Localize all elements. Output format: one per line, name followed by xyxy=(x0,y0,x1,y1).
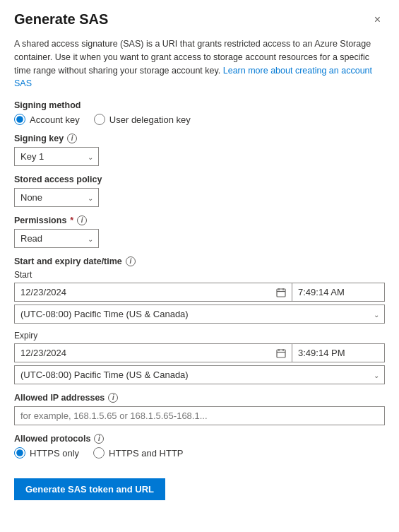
permissions-group: Permissions * i Read Write Delete List A… xyxy=(14,215,385,248)
start-sublabel: Start xyxy=(14,270,385,280)
expiry-date-input-wrapper xyxy=(14,343,292,362)
stored-access-policy-select-wrapper: None ⌄ xyxy=(14,188,99,207)
signing-method-radio-group: Account key User delegation key xyxy=(14,114,385,125)
datetime-group: Start and expiry date/time i Start xyxy=(14,256,385,384)
start-time-input[interactable] xyxy=(292,283,384,301)
signing-key-info-icon[interactable]: i xyxy=(67,134,77,143)
start-timezone-wrapper: (UTC-08:00) Pacific Time (US & Canada) (… xyxy=(14,305,385,324)
expiry-time-input-wrapper xyxy=(292,343,385,362)
signing-key-select[interactable]: Key 1 Key 2 xyxy=(14,147,99,166)
start-datetime-row xyxy=(14,283,385,302)
start-time-input-wrapper xyxy=(292,283,385,302)
expiry-date-input[interactable] xyxy=(15,344,270,362)
allowed-protocols-radio-group: HTTPS only HTTPS and HTTP xyxy=(14,447,385,459)
allowed-protocols-label: Allowed protocols i xyxy=(14,434,385,444)
expiry-timezone-select[interactable]: (UTC-08:00) Pacific Time (US & Canada) (… xyxy=(14,365,385,384)
permissions-select-wrapper: Read Write Delete List Add Create ⌄ xyxy=(14,229,99,248)
allowed-ip-input[interactable] xyxy=(14,406,385,425)
https-http-option[interactable]: HTTPS and HTTP xyxy=(93,447,183,459)
start-date-input-wrapper xyxy=(14,283,292,302)
panel-header: Generate SAS × xyxy=(14,11,385,28)
signing-key-group: Signing key i Key 1 Key 2 ⌄ xyxy=(14,134,385,166)
start-timezone-select[interactable]: (UTC-08:00) Pacific Time (US & Canada) (… xyxy=(14,305,385,324)
stored-access-policy-select[interactable]: None xyxy=(14,188,99,207)
https-only-radio[interactable] xyxy=(14,447,25,459)
allowed-protocols-info-icon[interactable]: i xyxy=(94,434,104,444)
allowed-ip-label: Allowed IP addresses i xyxy=(14,393,385,403)
https-http-label[interactable]: HTTPS and HTTP xyxy=(109,448,183,459)
generate-sas-panel: Generate SAS × A shared access signature… xyxy=(0,0,399,532)
account-key-option[interactable]: Account key xyxy=(14,114,80,125)
account-key-label[interactable]: Account key xyxy=(30,114,80,125)
panel-title: Generate SAS xyxy=(14,11,108,28)
permissions-info-icon[interactable]: i xyxy=(77,215,87,225)
allowed-protocols-group: Allowed protocols i HTTPS only HTTPS and… xyxy=(14,434,385,459)
start-date-input[interactable] xyxy=(15,283,270,301)
expiry-calendar-icon[interactable] xyxy=(270,348,292,358)
expiry-time-input[interactable] xyxy=(292,344,384,362)
description-text: A shared access signature (SAS) is a URI… xyxy=(14,37,385,90)
https-only-option[interactable]: HTTPS only xyxy=(14,447,79,459)
datetime-info-icon[interactable]: i xyxy=(126,256,136,266)
permissions-label: Permissions * i xyxy=(14,215,385,225)
https-only-label[interactable]: HTTPS only xyxy=(30,448,79,459)
https-http-radio[interactable] xyxy=(93,447,105,459)
start-calendar-icon[interactable] xyxy=(270,288,292,297)
allowed-ip-group: Allowed IP addresses i xyxy=(14,393,385,425)
close-button[interactable]: × xyxy=(370,12,385,28)
permissions-required-indicator: * xyxy=(70,215,73,225)
generate-sas-button[interactable]: Generate SAS token and URL xyxy=(14,478,165,500)
expiry-datetime-row xyxy=(14,343,385,362)
signing-key-select-wrapper: Key 1 Key 2 ⌄ xyxy=(14,147,99,166)
allowed-ip-info-icon[interactable]: i xyxy=(108,393,118,403)
stored-access-policy-label: Stored access policy xyxy=(14,175,385,184)
user-delegation-label[interactable]: User delegation key xyxy=(109,114,191,125)
permissions-select[interactable]: Read Write Delete List Add Create xyxy=(14,229,99,248)
svg-rect-4 xyxy=(277,350,285,357)
signing-method-label: Signing method xyxy=(14,100,385,110)
signing-method-group: Signing method Account key User delegati… xyxy=(14,100,385,125)
user-delegation-option[interactable]: User delegation key xyxy=(94,114,191,125)
datetime-label: Start and expiry date/time i xyxy=(14,256,385,266)
expiry-timezone-wrapper: (UTC-08:00) Pacific Time (US & Canada) (… xyxy=(14,365,385,384)
account-key-radio[interactable] xyxy=(14,114,25,125)
expiry-sublabel: Expiry xyxy=(14,331,385,341)
svg-rect-0 xyxy=(277,289,285,297)
user-delegation-radio[interactable] xyxy=(94,114,105,125)
stored-access-policy-group: Stored access policy None ⌄ xyxy=(14,175,385,207)
signing-key-label: Signing key i xyxy=(14,134,385,143)
